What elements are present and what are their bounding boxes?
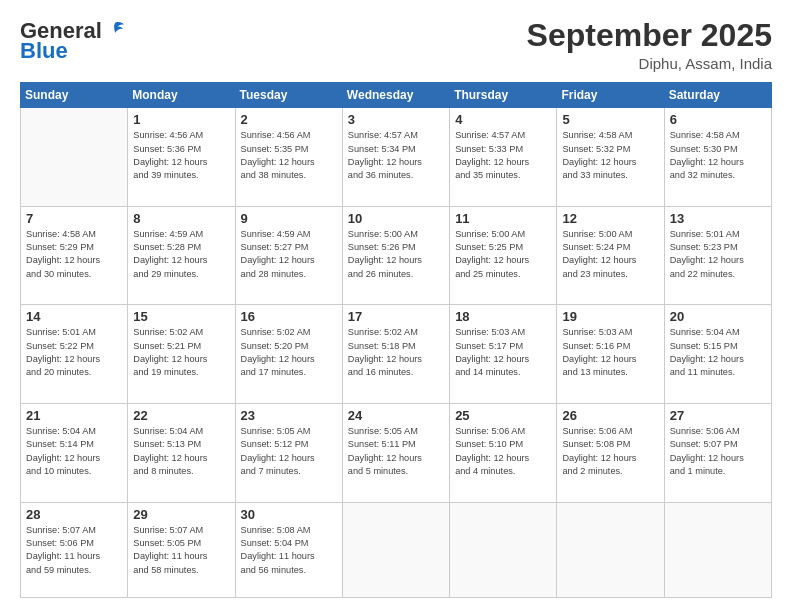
calendar-day-header: Thursday bbox=[450, 83, 557, 108]
day-info: Sunrise: 5:06 AM Sunset: 5:07 PM Dayligh… bbox=[670, 425, 766, 478]
location: Diphu, Assam, India bbox=[527, 55, 772, 72]
day-number: 30 bbox=[241, 507, 337, 522]
day-number: 18 bbox=[455, 309, 551, 324]
day-info: Sunrise: 4:59 AM Sunset: 5:27 PM Dayligh… bbox=[241, 228, 337, 281]
logo: General Blue bbox=[20, 18, 125, 64]
day-info: Sunrise: 5:03 AM Sunset: 5:17 PM Dayligh… bbox=[455, 326, 551, 379]
calendar-cell: 17Sunrise: 5:02 AM Sunset: 5:18 PM Dayli… bbox=[342, 305, 449, 404]
calendar-cell: 30Sunrise: 5:08 AM Sunset: 5:04 PM Dayli… bbox=[235, 502, 342, 598]
calendar-cell: 15Sunrise: 5:02 AM Sunset: 5:21 PM Dayli… bbox=[128, 305, 235, 404]
calendar-week-row: 28Sunrise: 5:07 AM Sunset: 5:06 PM Dayli… bbox=[21, 502, 772, 598]
day-info: Sunrise: 5:01 AM Sunset: 5:23 PM Dayligh… bbox=[670, 228, 766, 281]
header: General Blue September 2025 Diphu, Assam… bbox=[20, 18, 772, 72]
day-number: 16 bbox=[241, 309, 337, 324]
day-number: 3 bbox=[348, 112, 444, 127]
calendar-week-row: 1Sunrise: 4:56 AM Sunset: 5:36 PM Daylig… bbox=[21, 108, 772, 207]
day-info: Sunrise: 4:58 AM Sunset: 5:29 PM Dayligh… bbox=[26, 228, 122, 281]
day-number: 29 bbox=[133, 507, 229, 522]
calendar-cell bbox=[21, 108, 128, 207]
day-info: Sunrise: 4:56 AM Sunset: 5:35 PM Dayligh… bbox=[241, 129, 337, 182]
header-right: September 2025 Diphu, Assam, India bbox=[527, 18, 772, 72]
day-number: 23 bbox=[241, 408, 337, 423]
calendar-cell: 29Sunrise: 5:07 AM Sunset: 5:05 PM Dayli… bbox=[128, 502, 235, 598]
calendar-cell: 24Sunrise: 5:05 AM Sunset: 5:11 PM Dayli… bbox=[342, 403, 449, 502]
day-number: 1 bbox=[133, 112, 229, 127]
logo-blue: Blue bbox=[20, 38, 68, 64]
day-number: 22 bbox=[133, 408, 229, 423]
day-info: Sunrise: 5:04 AM Sunset: 5:15 PM Dayligh… bbox=[670, 326, 766, 379]
calendar-cell: 22Sunrise: 5:04 AM Sunset: 5:13 PM Dayli… bbox=[128, 403, 235, 502]
day-info: Sunrise: 4:58 AM Sunset: 5:32 PM Dayligh… bbox=[562, 129, 658, 182]
calendar-cell: 19Sunrise: 5:03 AM Sunset: 5:16 PM Dayli… bbox=[557, 305, 664, 404]
day-number: 2 bbox=[241, 112, 337, 127]
day-number: 7 bbox=[26, 211, 122, 226]
day-info: Sunrise: 4:57 AM Sunset: 5:34 PM Dayligh… bbox=[348, 129, 444, 182]
day-info: Sunrise: 5:02 AM Sunset: 5:20 PM Dayligh… bbox=[241, 326, 337, 379]
day-number: 21 bbox=[26, 408, 122, 423]
day-number: 17 bbox=[348, 309, 444, 324]
day-number: 5 bbox=[562, 112, 658, 127]
calendar-cell bbox=[664, 502, 771, 598]
calendar-cell: 12Sunrise: 5:00 AM Sunset: 5:24 PM Dayli… bbox=[557, 206, 664, 305]
month-title: September 2025 bbox=[527, 18, 772, 53]
calendar-cell: 4Sunrise: 4:57 AM Sunset: 5:33 PM Daylig… bbox=[450, 108, 557, 207]
calendar-table: SundayMondayTuesdayWednesdayThursdayFrid… bbox=[20, 82, 772, 598]
calendar-cell: 23Sunrise: 5:05 AM Sunset: 5:12 PM Dayli… bbox=[235, 403, 342, 502]
calendar-day-header: Tuesday bbox=[235, 83, 342, 108]
calendar-day-header: Monday bbox=[128, 83, 235, 108]
calendar-cell: 14Sunrise: 5:01 AM Sunset: 5:22 PM Dayli… bbox=[21, 305, 128, 404]
day-number: 11 bbox=[455, 211, 551, 226]
logo-bird-icon bbox=[105, 21, 125, 37]
day-info: Sunrise: 5:07 AM Sunset: 5:05 PM Dayligh… bbox=[133, 524, 229, 577]
day-number: 20 bbox=[670, 309, 766, 324]
calendar-cell: 27Sunrise: 5:06 AM Sunset: 5:07 PM Dayli… bbox=[664, 403, 771, 502]
calendar-cell: 11Sunrise: 5:00 AM Sunset: 5:25 PM Dayli… bbox=[450, 206, 557, 305]
day-info: Sunrise: 5:06 AM Sunset: 5:08 PM Dayligh… bbox=[562, 425, 658, 478]
calendar-day-header: Friday bbox=[557, 83, 664, 108]
calendar-cell: 9Sunrise: 4:59 AM Sunset: 5:27 PM Daylig… bbox=[235, 206, 342, 305]
calendar-header-row: SundayMondayTuesdayWednesdayThursdayFrid… bbox=[21, 83, 772, 108]
calendar-cell: 3Sunrise: 4:57 AM Sunset: 5:34 PM Daylig… bbox=[342, 108, 449, 207]
day-info: Sunrise: 5:08 AM Sunset: 5:04 PM Dayligh… bbox=[241, 524, 337, 577]
day-number: 13 bbox=[670, 211, 766, 226]
day-info: Sunrise: 4:57 AM Sunset: 5:33 PM Dayligh… bbox=[455, 129, 551, 182]
calendar-day-header: Sunday bbox=[21, 83, 128, 108]
day-number: 9 bbox=[241, 211, 337, 226]
day-number: 19 bbox=[562, 309, 658, 324]
calendar-day-header: Saturday bbox=[664, 83, 771, 108]
day-number: 6 bbox=[670, 112, 766, 127]
calendar-cell: 6Sunrise: 4:58 AM Sunset: 5:30 PM Daylig… bbox=[664, 108, 771, 207]
calendar-cell: 18Sunrise: 5:03 AM Sunset: 5:17 PM Dayli… bbox=[450, 305, 557, 404]
calendar-cell: 26Sunrise: 5:06 AM Sunset: 5:08 PM Dayli… bbox=[557, 403, 664, 502]
calendar-cell bbox=[342, 502, 449, 598]
day-info: Sunrise: 5:04 AM Sunset: 5:14 PM Dayligh… bbox=[26, 425, 122, 478]
calendar-cell: 13Sunrise: 5:01 AM Sunset: 5:23 PM Dayli… bbox=[664, 206, 771, 305]
day-number: 15 bbox=[133, 309, 229, 324]
day-number: 24 bbox=[348, 408, 444, 423]
day-info: Sunrise: 5:04 AM Sunset: 5:13 PM Dayligh… bbox=[133, 425, 229, 478]
calendar-cell: 25Sunrise: 5:06 AM Sunset: 5:10 PM Dayli… bbox=[450, 403, 557, 502]
day-number: 28 bbox=[26, 507, 122, 522]
day-number: 26 bbox=[562, 408, 658, 423]
calendar-cell: 8Sunrise: 4:59 AM Sunset: 5:28 PM Daylig… bbox=[128, 206, 235, 305]
day-number: 27 bbox=[670, 408, 766, 423]
day-info: Sunrise: 4:59 AM Sunset: 5:28 PM Dayligh… bbox=[133, 228, 229, 281]
calendar-week-row: 7Sunrise: 4:58 AM Sunset: 5:29 PM Daylig… bbox=[21, 206, 772, 305]
day-info: Sunrise: 5:00 AM Sunset: 5:26 PM Dayligh… bbox=[348, 228, 444, 281]
calendar-cell: 28Sunrise: 5:07 AM Sunset: 5:06 PM Dayli… bbox=[21, 502, 128, 598]
calendar-day-header: Wednesday bbox=[342, 83, 449, 108]
day-info: Sunrise: 5:07 AM Sunset: 5:06 PM Dayligh… bbox=[26, 524, 122, 577]
day-info: Sunrise: 5:06 AM Sunset: 5:10 PM Dayligh… bbox=[455, 425, 551, 478]
calendar-cell: 10Sunrise: 5:00 AM Sunset: 5:26 PM Dayli… bbox=[342, 206, 449, 305]
day-number: 14 bbox=[26, 309, 122, 324]
day-info: Sunrise: 5:05 AM Sunset: 5:11 PM Dayligh… bbox=[348, 425, 444, 478]
day-info: Sunrise: 5:03 AM Sunset: 5:16 PM Dayligh… bbox=[562, 326, 658, 379]
page: General Blue September 2025 Diphu, Assam… bbox=[0, 0, 792, 612]
calendar-cell bbox=[557, 502, 664, 598]
calendar-cell: 2Sunrise: 4:56 AM Sunset: 5:35 PM Daylig… bbox=[235, 108, 342, 207]
day-info: Sunrise: 5:00 AM Sunset: 5:24 PM Dayligh… bbox=[562, 228, 658, 281]
day-number: 10 bbox=[348, 211, 444, 226]
day-info: Sunrise: 5:02 AM Sunset: 5:21 PM Dayligh… bbox=[133, 326, 229, 379]
calendar-cell: 7Sunrise: 4:58 AM Sunset: 5:29 PM Daylig… bbox=[21, 206, 128, 305]
day-info: Sunrise: 5:05 AM Sunset: 5:12 PM Dayligh… bbox=[241, 425, 337, 478]
